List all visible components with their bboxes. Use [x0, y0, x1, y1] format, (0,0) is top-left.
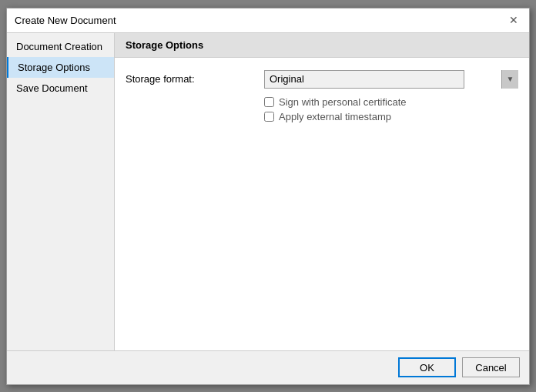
create-new-document-dialog: Create New Document ✕ Document Creation … [6, 8, 530, 385]
sign-certificate-row: Sign with personal certificate [264, 96, 518, 108]
storage-format-select[interactable]: Original [264, 70, 464, 89]
ok-button[interactable]: OK [398, 357, 456, 377]
section-header: Storage Options [115, 33, 529, 58]
cancel-button[interactable]: Cancel [462, 357, 520, 377]
sign-certificate-checkbox[interactable] [264, 97, 274, 107]
dialog-body: Document Creation Storage Options Save D… [7, 33, 529, 350]
sidebar-item-document-creation[interactable]: Document Creation [7, 36, 114, 57]
sidebar-item-save-document[interactable]: Save Document [7, 78, 114, 99]
apply-timestamp-label: Apply external timestamp [279, 111, 391, 122]
storage-format-control: Original ▼ [264, 70, 518, 89]
storage-format-label: Storage format: [126, 73, 264, 85]
dialog-title: Create New Document [15, 15, 116, 26]
sign-certificate-label: Sign with personal certificate [279, 96, 406, 108]
main-content: Storage Options Storage format: Original… [115, 33, 529, 350]
close-button[interactable]: ✕ [506, 12, 521, 28]
chevron-down-icon: ▼ [501, 70, 518, 89]
content-area: Storage format: Original ▼ Sign with per… [115, 58, 529, 350]
storage-format-row: Storage format: Original ▼ [126, 70, 518, 89]
apply-timestamp-row: Apply external timestamp [264, 111, 518, 122]
sidebar-item-storage-options[interactable]: Storage Options [7, 57, 114, 78]
apply-timestamp-checkbox[interactable] [264, 112, 274, 122]
storage-format-select-wrapper: Original ▼ [264, 70, 518, 89]
title-bar: Create New Document ✕ [7, 8, 529, 33]
dialog-footer: OK Cancel [7, 350, 529, 384]
sidebar: Document Creation Storage Options Save D… [7, 33, 115, 350]
